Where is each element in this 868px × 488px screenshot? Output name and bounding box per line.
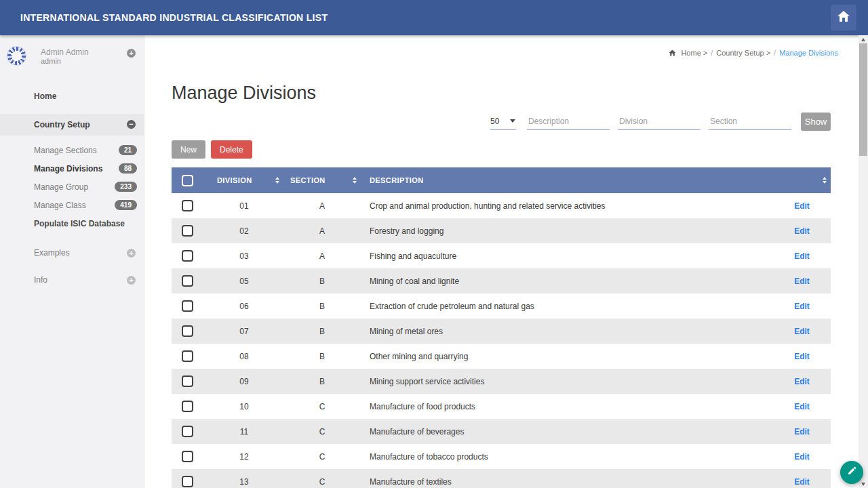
row-checkbox[interactable]: [182, 476, 193, 487]
cell-division: 09: [203, 377, 285, 386]
scrollbar[interactable]: [859, 35, 868, 488]
cell-division: 02: [203, 226, 285, 236]
table-row: 08 B Other mining and quarrying Edit: [172, 344, 831, 369]
cell-section: B: [285, 377, 359, 386]
edit-link[interactable]: Edit: [794, 226, 810, 236]
row-checkbox[interactable]: [182, 275, 193, 287]
cell-section: A: [285, 201, 359, 211]
edit-link[interactable]: Edit: [794, 352, 810, 361]
page-size-select[interactable]: 50: [490, 113, 516, 130]
home-button[interactable]: [831, 5, 856, 30]
sidebar-item-label: Country Setup: [34, 120, 90, 129]
breadcrumb-current: Manage Divisions: [779, 49, 838, 57]
cell-description: Crop and animal production, hunting and …: [359, 201, 773, 211]
edit-link[interactable]: Edit: [794, 452, 810, 462]
home-icon: [837, 10, 850, 25]
user-block: Admin Admin admin +: [0, 35, 144, 75]
sort-icon[interactable]: [353, 177, 357, 184]
edit-link[interactable]: Edit: [794, 377, 810, 386]
row-checkbox[interactable]: [182, 300, 193, 312]
show-button[interactable]: Show: [801, 113, 831, 131]
table-row: 03 A Fishing and aquaculture Edit: [172, 243, 831, 268]
row-checkbox[interactable]: [182, 250, 193, 262]
count-badge: 233: [115, 182, 137, 192]
scrollbar-up-arrow[interactable]: [859, 35, 868, 43]
expand-icon[interactable]: +: [127, 276, 136, 285]
sidebar-item-examples[interactable]: Examples +: [0, 243, 144, 262]
row-checkbox[interactable]: [182, 451, 193, 462]
cell-section: A: [285, 251, 359, 261]
table-row: 11 C Manufacture of beverages Edit: [172, 419, 831, 444]
row-checkbox[interactable]: [182, 375, 193, 387]
cell-description: Manufacture of tobacco products: [359, 452, 773, 462]
cell-description: Forestry and logging: [359, 226, 773, 236]
cell-division: 05: [203, 277, 285, 286]
action-row: New Delete: [172, 140, 252, 159]
sidebar-item-home[interactable]: Home: [0, 88, 144, 104]
edit-link[interactable]: Edit: [794, 201, 810, 211]
cell-description: Manufacture of textiles: [359, 477, 773, 487]
scrollbar-down-arrow[interactable]: [859, 480, 868, 488]
new-button[interactable]: New: [172, 140, 205, 159]
cell-description: Fishing and aquaculture: [359, 251, 773, 261]
expand-icon[interactable]: +: [127, 249, 136, 258]
row-checkbox[interactable]: [182, 426, 193, 437]
row-checkbox[interactable]: [182, 225, 193, 237]
cell-section: B: [285, 302, 359, 311]
row-checkbox[interactable]: [182, 350, 193, 362]
edit-link[interactable]: Edit: [794, 277, 810, 286]
sidebar-item-label: Manage Divisions: [34, 164, 102, 174]
column-header-description[interactable]: DESCRIPTION: [370, 176, 424, 184]
sidebar-item-manage-divisions[interactable]: Manage Divisions 88: [0, 159, 144, 178]
sort-icon[interactable]: [823, 177, 827, 184]
user-avatar[interactable]: [7, 46, 26, 66]
breadcrumb-country-setup[interactable]: Country Setup >: [716, 49, 770, 57]
edit-link[interactable]: Edit: [794, 402, 810, 411]
cell-division: 03: [203, 251, 285, 261]
table-row: 07 B Mining of metal ores Edit: [172, 319, 831, 344]
column-header-section[interactable]: SECTION: [290, 176, 326, 184]
cell-division: 10: [203, 402, 285, 411]
sidebar-item-info[interactable]: Info +: [0, 270, 144, 289]
cell-division: 08: [203, 352, 285, 361]
row-checkbox[interactable]: [182, 401, 193, 412]
sort-icon[interactable]: [275, 177, 279, 184]
edit-link[interactable]: Edit: [794, 302, 810, 311]
cell-description: Extraction of crude petroleum and natura…: [359, 302, 773, 311]
user-role: admin: [41, 57, 144, 66]
country-setup-submenu: Manage Sections 21 Manage Divisions 88 M…: [0, 141, 144, 232]
user-expand-icon[interactable]: +: [127, 49, 136, 58]
collapse-icon[interactable]: −: [127, 120, 136, 129]
breadcrumb-home[interactable]: Home >: [681, 49, 707, 57]
delete-button[interactable]: Delete: [211, 140, 252, 159]
edit-link[interactable]: Edit: [794, 327, 810, 336]
sidebar-item-manage-sections[interactable]: Manage Sections 21: [0, 141, 144, 159]
table-row: 06 B Extraction of crude petroleum and n…: [172, 293, 831, 319]
sidebar-item-country-setup[interactable]: Country Setup −: [0, 114, 144, 136]
division-filter-input[interactable]: [618, 113, 701, 130]
cell-section: C: [285, 402, 359, 411]
cell-section: B: [285, 327, 359, 336]
table-row: 02 A Forestry and logging Edit: [172, 218, 831, 243]
filter-row: 50 Show: [172, 113, 831, 133]
edit-fab-button[interactable]: [840, 461, 863, 484]
column-header-division[interactable]: DIVISION: [217, 176, 252, 184]
table-row: 09 B Mining support service activities E…: [172, 369, 831, 394]
sidebar-item-manage-class[interactable]: Manage Class 419: [0, 196, 144, 214]
select-all-checkbox[interactable]: [182, 175, 193, 186]
sidebar-item-label: Info: [34, 275, 47, 285]
row-checkbox[interactable]: [182, 200, 193, 211]
edit-link[interactable]: Edit: [794, 251, 810, 261]
description-filter-input[interactable]: [527, 113, 610, 130]
row-checkbox[interactable]: [182, 325, 193, 337]
sidebar-item-populate-isic-database[interactable]: Populate ISIC Database: [0, 214, 144, 232]
cell-description: Mining of metal ores: [359, 327, 773, 336]
section-filter-input[interactable]: [709, 113, 791, 130]
scrollbar-thumb[interactable]: [859, 43, 867, 156]
sidebar-item-label: Home: [34, 92, 56, 101]
edit-link[interactable]: Edit: [794, 427, 810, 436]
edit-link[interactable]: Edit: [794, 477, 810, 487]
sidebar-item-manage-group[interactable]: Manage Group 233: [0, 178, 144, 196]
cell-division: 12: [203, 452, 285, 462]
sidebar-item-label: Manage Class: [34, 201, 86, 210]
